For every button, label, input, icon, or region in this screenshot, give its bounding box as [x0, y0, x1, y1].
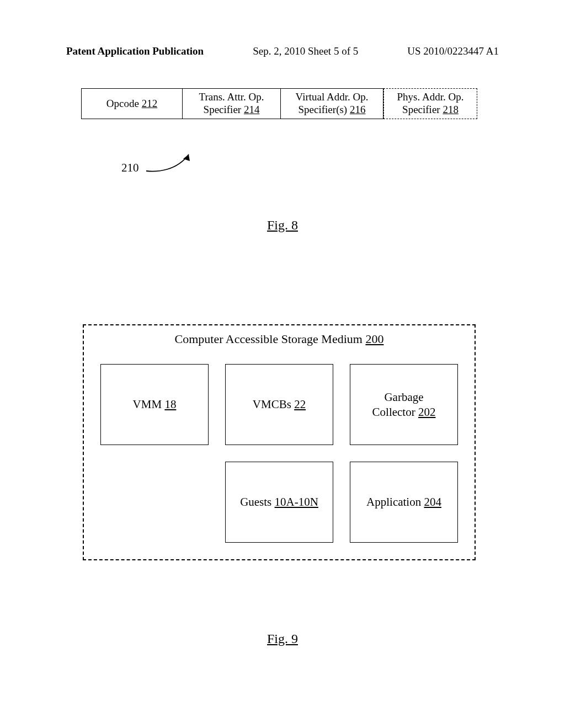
app-label: Application [366, 495, 424, 508]
curved-arrow-icon [143, 149, 196, 182]
header-left: Patent Application Publication [66, 45, 204, 57]
guests-ref: 10A-10N [275, 495, 318, 508]
fig9-title-text: Computer Accessible Storage Medium [175, 332, 366, 346]
trans-attr-ref: 214 [244, 104, 260, 115]
fig9-gc-cell: Garbage Collector 202 [350, 364, 458, 445]
fig8-ref210: 210 [121, 149, 196, 182]
phys-addr-line1: Phys. Addr. Op. [397, 91, 464, 104]
app-text: Application 204 [366, 495, 441, 509]
fig9-storage-medium: Computer Accessible Storage Medium 200 V… [83, 324, 476, 560]
vmm-label: VMM [133, 398, 165, 411]
app-ref: 204 [424, 495, 441, 508]
virt-addr-line1: Virtual Addr. Op. [296, 91, 369, 104]
gc-label: Collector [372, 405, 418, 419]
fig8-caption: Fig. 8 [0, 218, 565, 233]
vmcbs-label: VMCBs [253, 398, 294, 411]
fig9-vmcbs-cell: VMCBs 22 [225, 364, 333, 445]
vmcbs-text: VMCBs 22 [253, 397, 306, 411]
guests-text: Guests 10A-10N [240, 495, 318, 509]
fig8-opcode-cell: Opcode 212 [81, 88, 183, 119]
phys-addr-label: Specifier [402, 104, 443, 115]
patent-page: Patent Application Publication Sep. 2, 2… [0, 0, 565, 728]
phys-addr-ref: 218 [443, 104, 459, 115]
fig9-empty-cell [100, 462, 209, 543]
fig8-caption-text: Fig. 8 [267, 218, 298, 232]
fig9-title-ref: 200 [365, 332, 383, 346]
trans-attr-line1: Trans. Attr. Op. [199, 91, 264, 104]
virt-addr-line2: Specifier(s) 216 [299, 104, 366, 116]
virt-addr-ref: 216 [350, 104, 366, 115]
fig9-grid: VMM 18 VMCBs 22 Garbage Collector 202 Gu… [100, 364, 458, 543]
ref210-number: 210 [121, 161, 139, 175]
opcode-ref: 212 [142, 98, 158, 109]
guests-label: Guests [240, 495, 274, 508]
fig9-caption: Fig. 9 [0, 631, 565, 646]
header-right: US 2010/0223447 A1 [407, 45, 499, 57]
fig8-instruction-format: Opcode 212 Trans. Attr. Op. Specifier 21… [81, 88, 477, 119]
trans-attr-line2: Specifier 214 [204, 104, 260, 116]
fig9-title: Computer Accessible Storage Medium 200 [84, 332, 475, 346]
gc-line1: Garbage [384, 390, 423, 404]
phys-addr-line2: Specifier 218 [402, 104, 459, 116]
vmcbs-ref: 22 [294, 398, 306, 411]
gc-ref: 202 [418, 405, 436, 419]
fig9-vmm-cell: VMM 18 [100, 364, 209, 445]
page-header: Patent Application Publication Sep. 2, 2… [66, 45, 499, 57]
header-center: Sep. 2, 2010 Sheet 5 of 5 [253, 45, 358, 57]
fig9-guests-cell: Guests 10A-10N [225, 462, 333, 543]
vmm-text: VMM 18 [133, 397, 177, 411]
fig9-app-cell: Application 204 [350, 462, 458, 543]
vmm-ref: 18 [164, 398, 176, 411]
opcode-label: Opcode [106, 98, 142, 109]
fig8-virt-addr-cell: Virtual Addr. Op. Specifier(s) 216 [281, 88, 383, 119]
gc-line2: Collector 202 [372, 405, 436, 419]
fig8-opcode-text: Opcode 212 [106, 98, 157, 110]
fig8-trans-attr-cell: Trans. Attr. Op. Specifier 214 [183, 88, 281, 119]
trans-attr-label: Specifier [204, 104, 244, 115]
virt-addr-label: Specifier(s) [299, 104, 350, 115]
fig8-phys-addr-cell: Phys. Addr. Op. Specifier 218 [383, 88, 477, 119]
fig9-caption-text: Fig. 9 [267, 631, 298, 646]
